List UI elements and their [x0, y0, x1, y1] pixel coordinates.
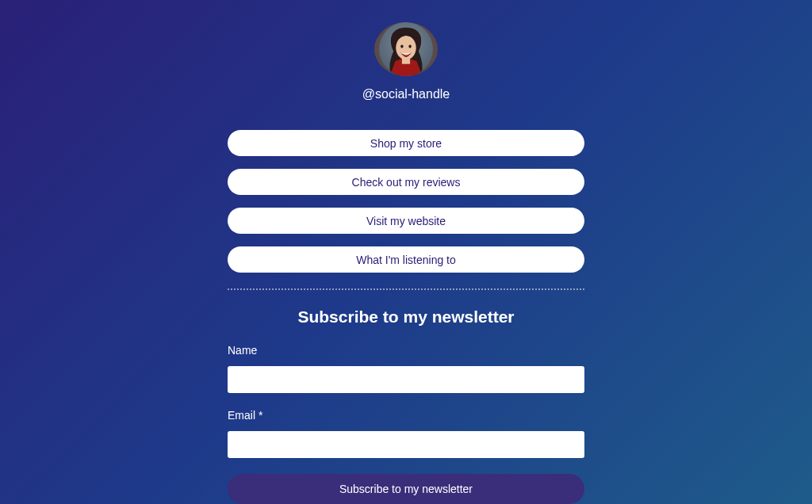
social-handle: @social-handle: [362, 87, 450, 101]
newsletter-form: Name Email * Subscribe to my newsletter: [228, 344, 584, 504]
newsletter-title: Subscribe to my newsletter: [297, 307, 514, 326]
avatar-image: [374, 22, 438, 76]
link-reviews[interactable]: Check out my reviews: [228, 169, 584, 195]
svg-point-3: [400, 44, 403, 48]
avatar: [374, 22, 438, 76]
svg-point-4: [408, 44, 411, 48]
link-website[interactable]: Visit my website: [228, 208, 584, 234]
profile-container: @social-handle Shop my store Check out m…: [228, 22, 584, 504]
name-label: Name: [228, 344, 584, 357]
link-shop[interactable]: Shop my store: [228, 130, 584, 156]
link-list: Shop my store Check out my reviews Visit…: [228, 130, 584, 273]
subscribe-button[interactable]: Subscribe to my newsletter: [228, 474, 584, 504]
email-label: Email *: [228, 409, 584, 422]
svg-rect-5: [402, 57, 410, 64]
email-input[interactable]: [228, 431, 584, 458]
link-listening[interactable]: What I'm listening to: [228, 246, 584, 273]
name-input[interactable]: [228, 366, 584, 393]
divider: [228, 288, 584, 290]
